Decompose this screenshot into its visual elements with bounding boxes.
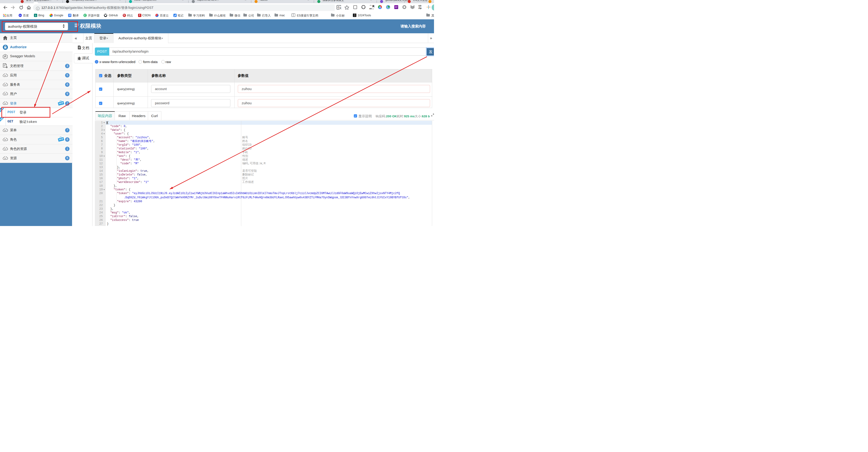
svg-text:API: API	[4, 75, 6, 76]
svg-text:API: API	[4, 103, 6, 104]
svg-text:API: API	[4, 158, 6, 159]
svg-text:API: API	[4, 139, 6, 140]
svg-text:API: API	[4, 84, 6, 85]
svg-text:API: API	[4, 130, 6, 131]
svg-text:API: API	[4, 148, 6, 150]
svg-text:API: API	[4, 93, 6, 94]
